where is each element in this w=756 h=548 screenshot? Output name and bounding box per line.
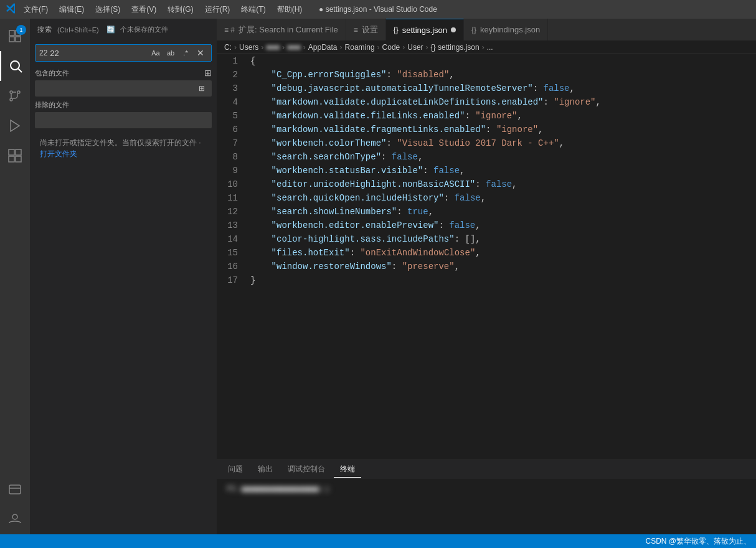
tab-keybindings-json[interactable]: {} keybindings.json <box>464 19 548 40</box>
search-input[interactable] <box>50 49 149 58</box>
tab-bar: ≡ # 扩展: Search in Current File ≡ 设置 {} s… <box>217 19 756 40</box>
search-options: Aa ab .* ✕ <box>149 46 207 60</box>
panel-tab-terminal[interactable]: 终端 <box>334 461 361 478</box>
svg-rect-10 <box>9 149 14 155</box>
regex-btn[interactable]: .* <box>179 46 192 60</box>
panel-tab-output[interactable]: 输出 <box>252 461 279 478</box>
svg-point-7 <box>17 91 20 93</box>
menu-terminal[interactable]: 终端(T) <box>236 3 270 16</box>
code-line-13: 13 "workbench.editor.enablePreview": fal… <box>217 219 756 232</box>
panel-tab-problems[interactable]: 问题 <box>222 461 249 478</box>
git-activity-icon[interactable] <box>0 81 30 111</box>
tab-settings-label: 设置 <box>362 24 378 35</box>
tab-settings-json-icon: {} <box>394 26 399 34</box>
code-line-4: 4 "markdown.validate.duplicateLinkDefini… <box>217 95 756 109</box>
tab-settings[interactable]: ≡ 设置 <box>346 19 386 40</box>
title-bar: 文件(F) 编辑(E) 选择(S) 查看(V) 转到(G) 运行(R) 终端(T… <box>0 0 756 19</box>
panel-tab-debug[interactable]: 调试控制台 <box>281 461 331 478</box>
svg-point-4 <box>11 61 19 70</box>
include-section-icon[interactable]: ⊞ <box>204 68 212 78</box>
search-panel: 22 Aa ab .* ✕ <box>30 40 217 65</box>
extensions-activity-icon[interactable] <box>0 141 30 171</box>
account-activity-icon[interactable] <box>0 504 30 534</box>
svg-rect-2 <box>9 37 14 42</box>
match-case-btn[interactable]: Aa <box>149 46 163 60</box>
include-section-label: 包含的文件 ⊞ <box>30 65 217 79</box>
svg-rect-3 <box>16 37 21 42</box>
code-line-3: 3 "debug.javascript.automaticallyTunnelR… <box>217 82 756 95</box>
svg-marker-9 <box>11 120 19 131</box>
menu-run[interactable]: 运行(R) <box>200 3 235 16</box>
close-search-btn[interactable]: ✕ <box>194 46 207 60</box>
menu-goto[interactable]: 转到(G) <box>163 3 198 16</box>
tab-keybindings-icon: {} <box>471 26 476 34</box>
menu-edit[interactable]: 编辑(E) <box>54 3 89 16</box>
run-activity-icon[interactable] <box>0 111 30 141</box>
tab-search-label: 扩展: Search in Current File <box>239 24 338 35</box>
search-count: 22 <box>39 49 47 57</box>
svg-rect-12 <box>9 156 14 162</box>
search-activity-icon[interactable] <box>0 51 30 81</box>
code-line-11: 11 "search.quickOpen.includeHistory": fa… <box>217 191 756 205</box>
code-line-15: 15 "files.hotExit": "onExitAndWindowClos… <box>217 246 756 260</box>
tab-keybindings-label: keybindings.json <box>480 25 540 34</box>
code-line-7: 7 "workbench.colorTheme": "Visual Studio… <box>217 136 756 150</box>
exclude-files-input-container <box>35 112 212 128</box>
explorer-badge: 1 <box>16 25 26 35</box>
code-line-16: 16 "window.restoreWindows": "preserve", <box>217 260 756 273</box>
watermark-text: CSDN @繁华散零、落散为止、 <box>645 536 751 547</box>
include-pattern-btn[interactable]: ⊞ <box>196 83 207 94</box>
remote-activity-icon[interactable] <box>0 475 30 504</box>
match-word-btn[interactable]: ab <box>164 46 177 60</box>
sidebar-hint: (Ctrl+Shift+E) <box>57 26 99 34</box>
code-line-9: 9 "workbench.statusBar.visible": false, <box>217 164 756 177</box>
sidebar-refresh: 🔄 <box>106 26 115 34</box>
sidebar: 搜索 (Ctrl+Shift+E) 🔄 个未保存的文件 22 Aa ab .* … <box>30 19 217 534</box>
tab-settings-icon: ≡ <box>354 26 358 34</box>
menu-select[interactable]: 选择(S) <box>90 3 125 16</box>
code-line-14: 14 "color-highlight.sass.includePaths": … <box>217 232 756 246</box>
sidebar-title: 搜索 <box>37 25 52 34</box>
code-editor[interactable]: 1 { 2 "C_Cpp.errorSquiggles": "disabled"… <box>217 54 756 460</box>
svg-point-15 <box>12 514 17 519</box>
open-folder-link[interactable]: 打开文件夹 <box>40 149 77 158</box>
search-input-container: 22 Aa ab .* ✕ <box>35 44 212 62</box>
sidebar-unsaved: 个未保存的文件 <box>120 25 168 34</box>
breadcrumb: C: › Users › ■■■ › ■■■ › AppData › Roami… <box>217 40 756 54</box>
tab-search-extension[interactable]: ≡ # 扩展: Search in Current File <box>217 19 346 40</box>
editor-area: ≡ # 扩展: Search in Current File ≡ 设置 {} s… <box>217 19 756 534</box>
activity-bar: 1 <box>0 19 30 534</box>
sidebar-header: 搜索 (Ctrl+Shift+E) 🔄 个未保存的文件 <box>30 19 217 40</box>
code-line-6: 6 "markdown.validate.fragmentLinks.enabl… <box>217 123 756 136</box>
menu-view[interactable]: 查看(V) <box>126 3 161 16</box>
tab-settings-json-label: settings.json <box>402 26 447 35</box>
exclude-files-input[interactable] <box>39 116 207 125</box>
svg-point-8 <box>10 98 12 101</box>
terminal-blurred-text: PS ■■■■■■■■■■■■■■■■ □ <box>227 484 329 493</box>
status-bar: CSDN @繁华散零、落散为止、 <box>0 534 756 548</box>
tab-search-icon: ≡ # <box>224 26 235 34</box>
menu-file[interactable]: 文件(F) <box>19 3 53 16</box>
svg-rect-11 <box>16 149 21 155</box>
panel-tabs: 问题 输出 调试控制台 终端 <box>217 460 756 479</box>
panel: 问题 输出 调试控制台 终端 PS ■■■■■■■■■■■■■■■■ □ <box>217 460 756 534</box>
menu-help[interactable]: 帮助(H) <box>272 3 308 16</box>
include-files-input[interactable] <box>39 84 196 93</box>
menu-bar: 文件(F) 编辑(E) 选择(S) 查看(V) 转到(G) 运行(R) 终端(T… <box>19 3 307 16</box>
svg-line-5 <box>19 69 22 73</box>
window-title: ● settings.json - Visual Studio Code <box>319 5 437 14</box>
tab-settings-json[interactable]: {} settings.json <box>386 19 464 40</box>
svg-rect-14 <box>9 485 21 494</box>
svg-point-6 <box>10 91 12 93</box>
svg-rect-0 <box>9 31 14 35</box>
vscode-logo <box>5 2 17 17</box>
tab-settings-json-modified <box>451 27 456 32</box>
exclude-section-label: 排除的文件 <box>30 98 217 111</box>
code-line-10: 10 "editor.unicodeHighlight.nonBasicASCI… <box>217 177 756 191</box>
code-line-1: 1 { <box>217 54 756 68</box>
code-line-8: 8 "search.searchOnType": false, <box>217 150 756 164</box>
explorer-activity-icon[interactable]: 1 <box>0 21 30 51</box>
svg-rect-13 <box>16 156 21 162</box>
panel-content: PS ■■■■■■■■■■■■■■■■ □ <box>217 479 756 534</box>
include-files-input-container: ⊞ <box>35 80 212 97</box>
